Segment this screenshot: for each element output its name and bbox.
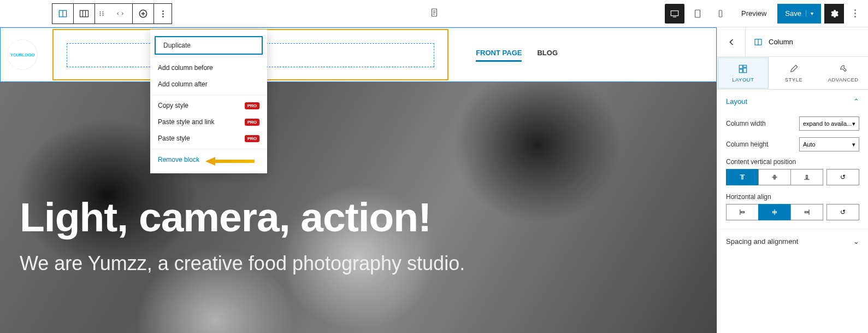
svg-marker-22: [205, 157, 255, 166]
reset-icon[interactable]: ↺: [826, 204, 859, 220]
align-center-icon[interactable]: [758, 204, 791, 220]
label-column-width: Column width: [726, 120, 766, 127]
align-middle-icon[interactable]: [758, 169, 791, 185]
chevron-down-icon: ▾: [852, 120, 855, 127]
svg-rect-34: [806, 176, 807, 179]
label-content-vertical: Content vertical position: [726, 158, 859, 166]
chevron-down-icon: ▾: [806, 10, 813, 16]
sidebar-title: Column: [769, 38, 793, 46]
dropdown-item-add-before[interactable]: Add column before: [150, 60, 267, 76]
add-block-icon[interactable]: [133, 4, 153, 24]
align-right-icon[interactable]: [790, 204, 823, 220]
sidebar-tabs: LAYOUT STYLE ADVANCED: [717, 57, 868, 90]
settings-icon[interactable]: [824, 4, 844, 24]
nav-link-front-page[interactable]: FRONT PAGE: [476, 49, 522, 62]
dropdown-item-duplicate[interactable]: Duplicate: [155, 36, 263, 55]
svg-rect-40: [805, 212, 808, 213]
svg-rect-26: [743, 65, 747, 67]
mobile-view-icon[interactable]: [711, 4, 730, 24]
tab-style[interactable]: STYLE: [769, 57, 819, 89]
panel-header-spacing[interactable]: Spacing and alignment ⌄: [717, 229, 868, 253]
svg-point-10: [103, 15, 104, 16]
site-logo[interactable]: YOURLOGO: [7, 39, 38, 70]
pro-badge: PRO: [245, 102, 259, 109]
align-bottom-icon[interactable]: [790, 169, 823, 185]
hero-text: Light, camera, action! We are Yumzz, a c…: [20, 197, 465, 275]
chevron-up-icon: ⌃: [853, 97, 859, 106]
tab-layout[interactable]: LAYOUT: [718, 57, 769, 89]
pro-badge: PRO: [245, 135, 259, 142]
reset-icon[interactable]: ↺: [826, 169, 859, 185]
pro-badge: PRO: [245, 119, 259, 126]
topbar-right: Preview Save ▾: [665, 4, 863, 24]
editor-canvas: YOURLOGO FRONT PAGE BLOG Light, camera, …: [0, 27, 717, 333]
svg-rect-21: [719, 10, 722, 17]
sidebar-header: Column: [717, 27, 868, 57]
nav-link-blog[interactable]: BLOG: [537, 49, 558, 62]
chevron-down-icon: ▾: [852, 141, 855, 148]
label-column-height: Column height: [726, 141, 768, 148]
layout-panel: Layout ⌃ Column width expand to availa..…: [717, 90, 868, 253]
svg-rect-27: [743, 68, 747, 72]
svg-rect-2: [80, 10, 88, 17]
hero-section[interactable]: Light, camera, action! We are Yumzz, a c…: [0, 82, 717, 333]
drag-handle-icon[interactable]: [95, 4, 108, 24]
tablet-view-icon[interactable]: [688, 4, 707, 24]
move-left-right-icon[interactable]: [108, 4, 132, 24]
annotation-arrow-icon: [205, 156, 255, 169]
svg-rect-30: [742, 176, 743, 179]
align-top-icon[interactable]: [726, 169, 759, 185]
save-button[interactable]: Save ▾: [777, 4, 821, 24]
svg-point-7: [100, 13, 101, 14]
editor-topbar: Preview Save ▾: [0, 0, 868, 27]
svg-point-5: [100, 11, 101, 13]
svg-rect-28: [740, 69, 743, 72]
svg-rect-20: [695, 10, 700, 17]
svg-rect-25: [740, 65, 743, 68]
back-icon[interactable]: [717, 28, 746, 56]
settings-sidebar: Column LAYOUT STYLE ADVANCED Layout ⌃ Co…: [717, 27, 868, 333]
dropdown-item-add-after[interactable]: Add column after: [150, 76, 267, 92]
hero-subtitle[interactable]: We are Yumzz, a creative food photograph…: [20, 252, 465, 275]
nav-menu: FRONT PAGE BLOG: [476, 49, 558, 62]
block-toolbar: [52, 3, 172, 24]
svg-point-9: [100, 15, 101, 16]
column-icon: [753, 37, 763, 47]
panel-header-layout[interactable]: Layout ⌃: [717, 90, 868, 113]
svg-point-6: [103, 11, 104, 13]
chevron-down-icon: ⌄: [853, 237, 859, 246]
column-block-icon[interactable]: [52, 4, 73, 24]
site-header-block[interactable]: YOURLOGO FRONT PAGE BLOG: [0, 27, 717, 82]
align-left-icon[interactable]: [726, 204, 759, 220]
select-column-width[interactable]: expand to availa...▾: [799, 116, 859, 131]
columns-icon[interactable]: [74, 4, 95, 24]
select-column-height[interactable]: Auto▾: [799, 137, 859, 151]
svg-rect-18: [671, 10, 678, 15]
more-options-icon[interactable]: [154, 4, 172, 24]
svg-rect-36: [741, 212, 745, 213]
dropdown-item-paste-style-link[interactable]: Paste style and link PRO: [150, 114, 267, 130]
block-options-dropdown: Duplicate Add column before Add column a…: [150, 30, 267, 173]
svg-point-8: [103, 13, 104, 14]
document-outline-icon[interactable]: [429, 8, 439, 20]
save-label: Save: [785, 9, 801, 17]
hero-title[interactable]: Light, camera, action!: [20, 197, 465, 238]
dropdown-item-copy-style[interactable]: Copy style PRO: [150, 97, 267, 114]
label-horizontal-align: Horizontal align: [726, 193, 859, 201]
tab-advanced[interactable]: ADVANCED: [818, 57, 868, 89]
dropdown-item-paste-style[interactable]: Paste style PRO: [150, 130, 267, 147]
desktop-view-icon[interactable]: [665, 4, 684, 24]
kebab-menu-icon[interactable]: [847, 9, 863, 17]
preview-button[interactable]: Preview: [734, 4, 774, 24]
